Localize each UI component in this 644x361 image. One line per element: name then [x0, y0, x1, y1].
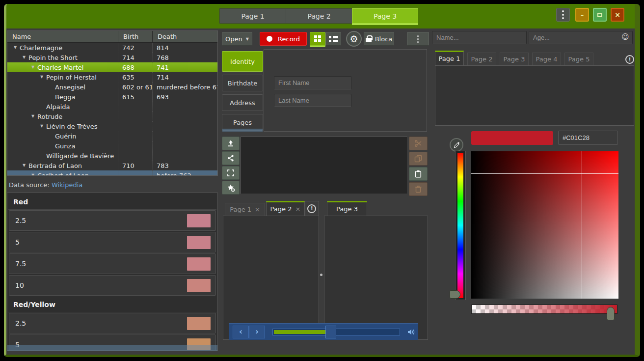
list-item[interactable]: 2.5 — [9, 313, 216, 333]
alpha-slider[interactable] — [471, 305, 617, 314]
window-menu-button[interactable] — [556, 8, 570, 22]
table-row[interactable]: Begga 615 693 — [7, 92, 217, 102]
next-button[interactable]: › — [249, 326, 265, 338]
expander-icon[interactable]: ▼ — [28, 170, 37, 176]
titlebar-tab-2[interactable]: Page 2 — [286, 8, 352, 24]
list-item[interactable]: 10 — [9, 275, 216, 296]
list-view-toggle[interactable] — [325, 32, 341, 46]
panel-alert-button[interactable]: ! — [625, 55, 634, 64]
death-cell: 783 — [153, 161, 217, 170]
death-cell: murdered before 679 — [153, 82, 217, 92]
column-header-death[interactable]: Death — [153, 31, 217, 42]
table-row[interactable]: ▼Liévin de Trèves — [7, 121, 217, 131]
table-row[interactable]: Guérin — [7, 131, 217, 141]
table-row[interactable]: ▼Bertrada of Laon 710 783 — [7, 161, 217, 170]
name-field[interactable] — [432, 31, 527, 44]
tab-pages[interactable]: Pages — [222, 114, 263, 131]
list-item[interactable]: 7.5 — [9, 253, 216, 274]
tab-identity[interactable]: Identity — [222, 51, 263, 72]
delete-button[interactable] — [409, 182, 428, 196]
death-cell: 714 — [153, 72, 217, 82]
expander-icon[interactable]: ▼ — [11, 43, 20, 53]
birth-cell: 615 — [118, 92, 153, 102]
right-panel-tab-3[interactable]: Page 3 — [500, 53, 529, 66]
minimize-button[interactable]: – — [575, 8, 589, 22]
chevron-left-icon: ‹ — [239, 328, 242, 336]
seek-slider-thumb[interactable] — [325, 326, 336, 338]
saturation-value-square[interactable] — [471, 151, 618, 299]
open-button[interactable]: Open ▼ — [222, 32, 252, 46]
favorite-add-button[interactable] — [222, 181, 240, 194]
expander-icon[interactable]: ▼ — [37, 121, 46, 131]
tab-close-icon[interactable]: × — [255, 206, 260, 213]
table-row[interactable]: Alpaida — [7, 102, 217, 111]
table-row[interactable]: ▼Charles Martel 688 741 — [7, 62, 217, 72]
expander-icon[interactable]: ▼ — [37, 72, 46, 82]
record-button[interactable]: Record — [260, 32, 307, 46]
alpha-slider-handle[interactable] — [607, 307, 615, 320]
table-body: ▼Charlemagne 742 814 ▼Pepin the Short 71… — [7, 43, 217, 176]
notebook-tab[interactable]: Page 2× — [266, 201, 304, 216]
cut-button[interactable] — [409, 137, 428, 150]
bloca-lock-button[interactable]: Bloca — [364, 32, 394, 46]
table-row[interactable]: ▼Charlemagne 742 814 — [7, 43, 217, 53]
expander-icon[interactable]: ▼ — [20, 53, 28, 62]
kebab-icon — [562, 10, 564, 12]
table-row[interactable]: ▼Pepin of Herstal 635 714 — [7, 72, 217, 82]
notebook-alert-button[interactable]: ! — [305, 201, 319, 216]
right-panel-tab-5[interactable]: Page 5 — [564, 53, 593, 66]
emoji-picker-icon[interactable]: ☺ — [621, 32, 629, 41]
right-panel-tab-1[interactable]: Page 1 — [435, 51, 464, 66]
fullscreen-icon — [227, 169, 235, 177]
seek-slider[interactable] — [272, 329, 400, 335]
settings-button[interactable]: ⚙ — [346, 31, 362, 47]
lock-icon — [366, 38, 372, 42]
wikipedia-link[interactable]: Wikipedia — [52, 181, 82, 189]
color-swatch — [187, 317, 211, 330]
titlebar-tab-3[interactable]: Page 3 — [352, 8, 418, 24]
grid-view-toggle[interactable] — [310, 32, 325, 46]
previous-button[interactable]: ‹ — [233, 326, 249, 338]
eyedropper-button[interactable] — [450, 138, 463, 152]
column-header-name[interactable]: Name — [7, 31, 118, 42]
right-panel-tab-2[interactable]: Page 2 — [467, 53, 496, 66]
expander-icon[interactable]: ▼ — [28, 62, 37, 72]
last-name-field[interactable] — [274, 94, 351, 107]
notebook-tab[interactable]: Page 1× — [225, 203, 265, 216]
splitter-handle[interactable] — [320, 274, 322, 276]
column-header-birth[interactable]: Birth — [118, 31, 153, 42]
table-row[interactable]: Gunza — [7, 141, 217, 151]
first-name-field[interactable] — [274, 76, 351, 89]
tree-node-label: Gunza — [55, 142, 75, 150]
tree-node-label: Alpaida — [46, 103, 70, 111]
close-button[interactable]: × — [611, 8, 624, 22]
age-field[interactable] — [529, 31, 633, 44]
expander-icon[interactable]: ▼ — [20, 161, 28, 170]
share-button[interactable] — [222, 151, 240, 165]
hue-slider[interactable] — [455, 151, 466, 300]
maximize-button[interactable] — [593, 8, 607, 22]
upload-button[interactable] — [222, 137, 240, 150]
paste-button[interactable] — [409, 167, 428, 181]
copy-button[interactable] — [409, 152, 428, 166]
tab-address[interactable]: Address — [222, 94, 263, 111]
expander-icon[interactable]: ▼ — [28, 111, 37, 121]
hue-slider-handle[interactable] — [450, 290, 460, 299]
notebook-tab[interactable]: Page 3 — [327, 201, 367, 216]
list-item[interactable]: 5 — [9, 232, 216, 252]
table-row[interactable]: Willigarde de Bavière — [7, 151, 217, 161]
toolbar-menu-button[interactable] — [407, 32, 429, 46]
table-row[interactable]: Ansegisel 602 or 610 murdered before 679 — [7, 82, 217, 92]
tab-birthdate[interactable]: Birthdate — [222, 75, 263, 91]
tab-close-icon[interactable]: × — [295, 205, 300, 213]
table-row[interactable]: ▼Caribert of Laon before 762 — [7, 170, 217, 176]
hex-color-input[interactable] — [558, 131, 618, 145]
table-row[interactable]: ▼Rotrude — [7, 111, 217, 121]
fullscreen-button[interactable] — [222, 166, 240, 180]
list-item[interactable]: 2.5 — [9, 210, 216, 231]
volume-button[interactable] — [407, 328, 416, 336]
right-panel-tab-4[interactable]: Page 4 — [532, 53, 561, 66]
table-row[interactable]: ▼Pepin the Short 714 768 — [7, 53, 217, 62]
titlebar-tab-1[interactable]: Page 1 — [219, 8, 286, 24]
death-cell: 768 — [153, 53, 217, 62]
